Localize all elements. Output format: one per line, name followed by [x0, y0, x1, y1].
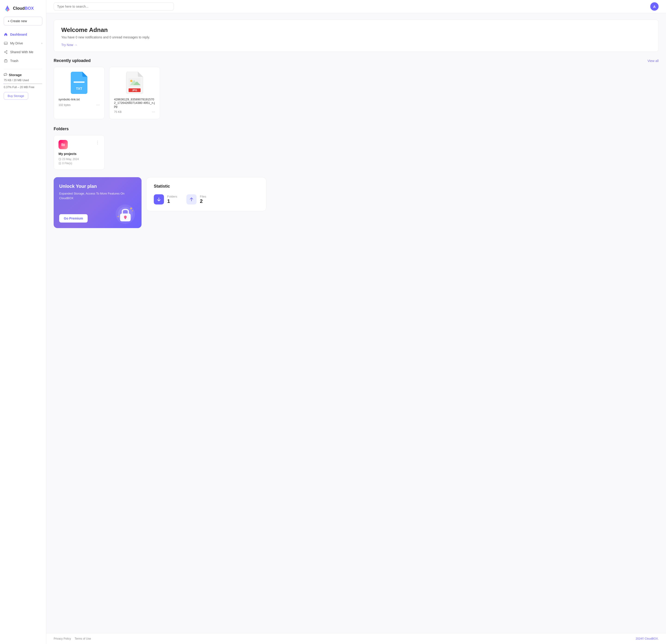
- welcome-subtitle: You have 0 new notifications and 0 unrea…: [61, 35, 651, 39]
- svg-line-28: [60, 159, 60, 160]
- try-now-link[interactable]: Try Now →: [61, 43, 77, 47]
- folder-files-count: 0 File(s): [58, 162, 100, 165]
- storage-free: 0.37% Full – 20 MB Free: [4, 86, 42, 89]
- stat-files-icon-box: [187, 194, 196, 205]
- file-name-jpg: 428636129_83589078191570 2_1726426607143…: [114, 98, 155, 108]
- drive-icon: [4, 41, 8, 45]
- stat-items: Folders 1 Files 2: [154, 194, 259, 205]
- sidebar-item-dashboard[interactable]: Dashboard: [0, 30, 46, 39]
- folders-title: Folders: [54, 126, 69, 132]
- terms-of-use-link[interactable]: Terms of Use: [75, 637, 91, 640]
- file-card-jpg[interactable]: JPG 428636129_83589078191570 2_172642660…: [109, 67, 160, 119]
- unlock-plan-card: Unlock Your plan Expanded Storage, Acces…: [54, 177, 141, 228]
- sidebar: CloudBOX + Create new Dashboard My Drive…: [0, 0, 46, 644]
- file-meta-txt: 102 bytes ···: [58, 103, 100, 107]
- folder-card-header: ⋮: [58, 140, 100, 149]
- sidebar-nav: Dashboard My Drive › Shared With Me Tra: [0, 30, 46, 65]
- svg-point-8: [4, 52, 5, 53]
- svg-point-6: [6, 50, 7, 51]
- stat-folders-icon-box: [154, 194, 164, 205]
- footer-links: Privacy Policy Terms of Use: [54, 637, 91, 640]
- statistic-title: Statistic: [154, 184, 259, 189]
- txt-file-icon: TXT: [70, 72, 88, 94]
- buy-storage-button[interactable]: Buy Storage: [4, 92, 28, 100]
- bottom-row: Unlock Your plan Expanded Storage, Acces…: [54, 177, 659, 228]
- folders-header: Folders: [54, 126, 659, 132]
- sidebar-item-trash[interactable]: Trash: [0, 56, 46, 65]
- stat-files-label: Files: [200, 195, 206, 198]
- svg-point-39: [118, 216, 119, 217]
- stat-files-value: 2: [200, 198, 206, 204]
- svg-point-5: [5, 44, 5, 45]
- stat-files-info: Files 2: [200, 195, 206, 204]
- svg-line-10: [5, 52, 6, 53]
- storage-title: Storage: [4, 73, 42, 77]
- footer: Privacy Policy Terms of Use 2024© CloudB…: [46, 633, 666, 644]
- search-input[interactable]: [54, 2, 174, 11]
- file-icon-area-jpg: JPG: [114, 72, 155, 94]
- file-icon: [58, 162, 61, 165]
- svg-line-9: [5, 51, 6, 52]
- logo-text: CloudBOX: [13, 6, 34, 11]
- jpg-file-icon: JPG: [125, 72, 144, 94]
- create-new-button[interactable]: + Create new: [4, 17, 42, 25]
- folder-card-my-projects[interactable]: ⋮ My projects 23 May, 2024 0 File(s): [54, 135, 105, 170]
- storage-used: 75 KB / 20 MB Used: [4, 79, 42, 82]
- welcome-title: Welcome Adnan: [61, 27, 651, 34]
- view-all-link[interactable]: View all: [648, 59, 659, 63]
- unlock-plan-description: Expanded Storage, Access To More Feature…: [59, 191, 136, 200]
- svg-text:JPG: JPG: [132, 89, 137, 92]
- file-name-txt: symbolic-link.txt: [58, 98, 100, 101]
- svg-text:TXT: TXT: [76, 87, 82, 90]
- file-size-jpg: 75 KB: [114, 110, 122, 114]
- folder-date: 23 May, 2024: [58, 158, 100, 161]
- file-menu-txt[interactable]: ···: [96, 103, 100, 107]
- stat-folders: Folders 1: [154, 194, 177, 205]
- sidebar-item-shared[interactable]: Shared With Me: [0, 48, 46, 56]
- avatar: A: [650, 2, 659, 11]
- unlock-illustration: [114, 205, 137, 224]
- files-grid: TXT symbolic-link.txt 102 bytes ···: [54, 67, 659, 119]
- stat-folders-label: Folders: [167, 195, 177, 198]
- unlock-plan-title: Unlock Your plan: [59, 184, 136, 189]
- trash-icon: [4, 59, 8, 63]
- file-size-txt: 102 bytes: [58, 103, 71, 107]
- svg-point-37: [130, 208, 132, 209]
- file-menu-jpg[interactable]: ···: [152, 109, 155, 114]
- file-icon-area-txt: TXT: [58, 72, 100, 94]
- svg-point-20: [130, 80, 133, 82]
- folders-section: Folders ⋮ My projects 23 May,: [54, 126, 659, 170]
- welcome-card: Welcome Adnan You have 0 new notificatio…: [54, 20, 659, 52]
- chevron-right-icon: ›: [41, 42, 42, 45]
- arrow-up-icon: [189, 197, 194, 202]
- svg-point-38: [132, 210, 133, 211]
- folders-grid: ⋮ My projects 23 May, 2024 0 File(s): [54, 135, 659, 170]
- storage-section: Storage 75 KB / 20 MB Used 0.37% Full – …: [4, 69, 42, 100]
- sidebar-item-my-drive[interactable]: My Drive ›: [0, 39, 46, 48]
- svg-point-7: [6, 53, 7, 54]
- recently-uploaded-title: Recently uploaded: [54, 58, 91, 63]
- clock-icon: [58, 158, 61, 160]
- privacy-policy-link[interactable]: Privacy Policy: [54, 637, 71, 640]
- folder-icon: [58, 140, 68, 149]
- go-premium-button[interactable]: Go Premium: [59, 214, 88, 223]
- arrow-down-icon: [156, 197, 161, 202]
- stat-files: Files 2: [187, 194, 206, 205]
- stat-folders-value: 1: [167, 198, 177, 204]
- folder-name: My projects: [58, 152, 100, 156]
- folder-menu-icon[interactable]: ⋮: [95, 140, 100, 145]
- statistic-card: Statistic Folders 1: [146, 177, 266, 211]
- svg-rect-11: [4, 60, 7, 62]
- share-icon: [4, 50, 8, 54]
- file-card-txt[interactable]: TXT symbolic-link.txt 102 bytes ···: [54, 67, 105, 119]
- storage-bar: [4, 83, 42, 84]
- recently-uploaded-header: Recently uploaded View all: [54, 58, 659, 63]
- logo-icon: [4, 5, 11, 12]
- svg-rect-17: [73, 82, 85, 83]
- svg-rect-3: [4, 42, 7, 45]
- footer-brand: 2024© CloudBOX.: [636, 637, 659, 640]
- header: A: [46, 0, 666, 13]
- file-meta-jpg: 75 KB ···: [114, 109, 155, 114]
- storage-bar-fill: [4, 83, 4, 84]
- main-content: A Welcome Adnan You have 0 new notificat…: [46, 0, 666, 644]
